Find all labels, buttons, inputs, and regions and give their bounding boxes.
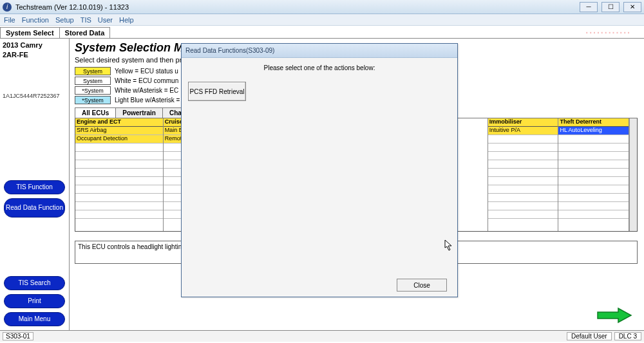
- app-icon: i: [3, 3, 12, 12]
- menu-help[interactable]: Help: [119, 16, 134, 24]
- grid-cell[interactable]: Intuitive P/A: [488, 127, 558, 135]
- window-title: Techstream (Ver 12.10.019) - 11323: [15, 3, 129, 11]
- tab-powertrain[interactable]: Powertrain: [115, 107, 163, 118]
- legend-yellow-text: Yellow = ECU status u: [115, 68, 178, 75]
- tab-stored-data[interactable]: Stored Data: [59, 27, 111, 38]
- read-data-dialog: Read Data Functions(S303-09) Please sele…: [181, 43, 458, 297]
- status-bar: S303-01 Default User DLC 3: [0, 330, 644, 342]
- left-sidebar: 2013 Camry 2AR-FE 1A1JC5444R7252367 TIS …: [0, 39, 70, 330]
- minimize-button[interactable]: ─: [580, 2, 598, 12]
- legend-white-text: White = ECU commun: [115, 77, 178, 84]
- legend-blue-asterisk-text: Light Blue w/Asterisk =: [115, 97, 180, 104]
- grid-cell-selected[interactable]: HL AutoLeveling: [558, 127, 629, 135]
- legend-white-swatch: System: [75, 77, 111, 85]
- menu-tis[interactable]: TIS: [80, 16, 91, 24]
- maximize-button[interactable]: ☐: [601, 2, 620, 12]
- next-arrow-button[interactable]: [596, 307, 632, 324]
- grid-cell[interactable]: SRS Airbag: [75, 127, 163, 135]
- status-code: S303-01: [3, 332, 33, 340]
- grid-header[interactable]: Theft Deterrent: [558, 118, 629, 127]
- grid-header[interactable]: Immobiliser: [488, 118, 558, 127]
- tab-system-select[interactable]: System Select: [0, 27, 60, 38]
- legend-blue-asterisk-swatch: *System: [75, 96, 111, 104]
- status-user: Default User: [567, 332, 612, 340]
- menu-user[interactable]: User: [98, 16, 113, 24]
- main-menu-button[interactable]: Main Menu: [4, 312, 65, 326]
- vehicle-model: 2013 Camry: [3, 41, 66, 50]
- legend-white-asterisk-swatch: *System: [75, 86, 111, 95]
- dialog-titlebar: Read Data Functions(S303-09): [182, 44, 457, 58]
- tis-function-button[interactable]: TIS Function: [4, 180, 65, 194]
- pcs-ffd-retrieval-button[interactable]: PCS FFD Retrieval: [188, 82, 246, 101]
- tis-search-button[interactable]: TIS Search: [4, 276, 65, 290]
- close-window-button[interactable]: ✕: [623, 2, 641, 12]
- menu-file[interactable]: File: [4, 16, 15, 24]
- menu-function[interactable]: Function: [22, 16, 49, 24]
- dialog-close-button[interactable]: Close: [397, 279, 447, 292]
- vehicle-vin: 1A1JC5444R7252367: [3, 93, 66, 99]
- menubar: File Function Setup TIS User Help: [0, 14, 644, 26]
- print-button[interactable]: Print: [4, 294, 65, 308]
- read-data-function-button[interactable]: Read Data Function: [4, 198, 65, 218]
- dialog-message: Please select one of the actions below:: [188, 64, 451, 71]
- grid-scrollbar[interactable]: [629, 118, 637, 231]
- grid-header[interactable]: Engine and ECT: [75, 118, 163, 127]
- legend-yellow-swatch: System: [75, 67, 111, 75]
- legend-white-asterisk-text: White w/Asterisk = EC: [115, 87, 178, 94]
- status-dlc: DLC 3: [614, 332, 641, 340]
- vehicle-engine: 2AR-FE: [3, 51, 66, 59]
- menu-setup[interactable]: Setup: [55, 16, 74, 24]
- svg-marker-0: [598, 308, 631, 322]
- main-tabs: System Select Stored Data: [0, 26, 644, 39]
- tab-all-ecus[interactable]: All ECUs: [75, 107, 116, 118]
- arrow-right-icon: [596, 307, 632, 324]
- grid-cell[interactable]: Occupant Detection: [75, 135, 163, 144]
- window-titlebar: i Techstream (Ver 12.10.019) - 11323 ─ ☐…: [0, 0, 644, 14]
- watermark: ············: [585, 28, 631, 38]
